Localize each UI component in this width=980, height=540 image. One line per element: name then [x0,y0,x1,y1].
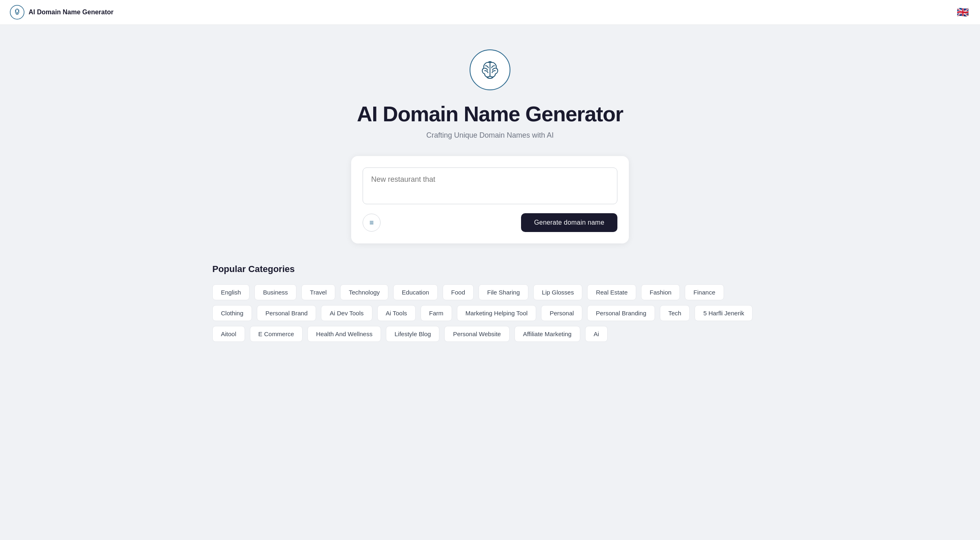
header-brain-icon [10,5,24,20]
category-tag[interactable]: File Sharing [479,284,528,300]
category-tag[interactable]: Finance [685,284,724,300]
category-tag[interactable]: Ai Dev Tools [321,305,372,321]
category-tag[interactable]: Marketing Helping Tool [457,305,536,321]
category-tag[interactable]: Personal Brand [257,305,316,321]
category-tag[interactable]: English [212,284,249,300]
category-tag[interactable]: Business [254,284,296,300]
categories-grid: EnglishBusinessTravelTechnologyEducation… [212,284,768,342]
category-tag[interactable]: Personal [541,305,582,321]
category-tag[interactable]: Education [393,284,438,300]
header-title: AI Domain Name Generator [29,9,114,16]
category-tag[interactable]: Affiliate Marketing [514,326,580,342]
category-tag[interactable]: Personal Branding [587,305,655,321]
categories-section: Popular Categories EnglishBusinessTravel… [204,264,776,342]
category-tag[interactable]: Tech [660,305,690,321]
category-tag[interactable]: Lifestyle Blog [386,326,439,342]
page-title: AI Domain Name Generator [357,102,623,126]
category-tag[interactable]: 5 Harfli Jenerik [695,305,753,321]
category-tag[interactable]: Ai Tools [377,305,416,321]
main-content: AI Domain Name Generator Crafting Unique… [0,25,980,358]
category-tag[interactable]: Travel [301,284,335,300]
description-input[interactable] [363,167,617,204]
category-tag[interactable]: Health And Wellness [307,326,381,342]
generate-button[interactable]: Generate domain name [521,213,617,232]
category-tag[interactable]: Food [443,284,474,300]
options-button[interactable]: ≡ [363,214,381,232]
category-tag[interactable]: Fashion [641,284,680,300]
category-tag[interactable]: Aitool [212,326,245,342]
category-tag[interactable]: E Commerce [250,326,303,342]
generator-card: ≡ Generate domain name [351,156,629,243]
category-tag[interactable]: Real Estate [587,284,636,300]
header-left: AI Domain Name Generator [10,5,114,20]
category-tag[interactable]: Technology [340,284,388,300]
page-subtitle: Crafting Unique Domain Names with AI [426,131,554,140]
category-tag[interactable]: Ai [585,326,608,342]
options-icon: ≡ [370,219,374,227]
categories-title: Popular Categories [212,264,768,274]
category-tag[interactable]: Lip Glosses [533,284,582,300]
category-tag[interactable]: Clothing [212,305,252,321]
svg-point-0 [10,5,24,19]
brain-svg [478,58,502,82]
language-flag[interactable]: 🇬🇧 [956,5,970,20]
hero-brain-icon [470,49,510,90]
card-actions: ≡ Generate domain name [363,213,617,232]
category-tag[interactable]: Farm [421,305,452,321]
app-header: AI Domain Name Generator 🇬🇧 [0,0,980,25]
category-tag[interactable]: Personal Website [444,326,509,342]
